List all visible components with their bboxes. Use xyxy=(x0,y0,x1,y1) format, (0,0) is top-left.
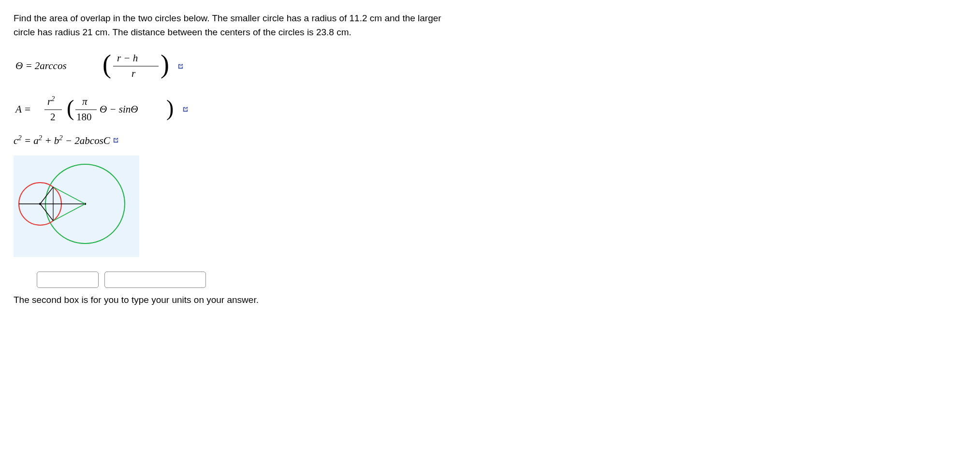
svg-line-18 xyxy=(40,187,53,204)
svg-text:(: ( xyxy=(102,50,111,79)
units-input[interactable] xyxy=(104,272,206,288)
question-line-1: Find the area of overlap in the two circ… xyxy=(14,13,441,23)
svg-line-20 xyxy=(53,187,85,204)
svg-text:Θ − sinΘ: Θ − sinΘ xyxy=(100,103,138,115)
svg-line-21 xyxy=(53,204,85,221)
popout-icon[interactable] xyxy=(182,106,189,113)
formula-area: A = r2 2 ( ) π 180 Θ − sinΘ xyxy=(14,93,966,125)
svg-text:180: 180 xyxy=(76,111,92,123)
svg-text:r2: r2 xyxy=(47,95,55,107)
formula-theta-lhs: Θ = 2arccos xyxy=(15,60,67,72)
question-text: Find the area of overlap in the two circ… xyxy=(14,12,966,39)
question-line-2: circle has radius 21 cm. The distance be… xyxy=(14,27,351,37)
svg-text:2: 2 xyxy=(50,111,56,123)
svg-line-19 xyxy=(40,204,53,221)
svg-text:): ) xyxy=(161,50,169,79)
formula-cosine-law: c2 = a2 + b2 − 2abcosC xyxy=(14,134,966,147)
formula-theta: Θ = 2arccos ( ) r − h r xyxy=(14,48,966,85)
formula-theta-den: r xyxy=(132,68,136,79)
overlap-diagram xyxy=(14,156,139,257)
svg-text:π: π xyxy=(82,96,88,107)
answer-row xyxy=(37,272,966,288)
answer-input[interactable] xyxy=(37,272,99,288)
popout-icon[interactable] xyxy=(112,137,119,144)
popout-icon[interactable] xyxy=(177,63,184,70)
formula-theta-num: r − h xyxy=(117,52,138,64)
svg-text:): ) xyxy=(166,96,174,120)
units-hint: The second box is for you to type your u… xyxy=(14,295,966,305)
svg-text:(: ( xyxy=(67,96,74,120)
svg-text:A =: A = xyxy=(15,103,31,115)
